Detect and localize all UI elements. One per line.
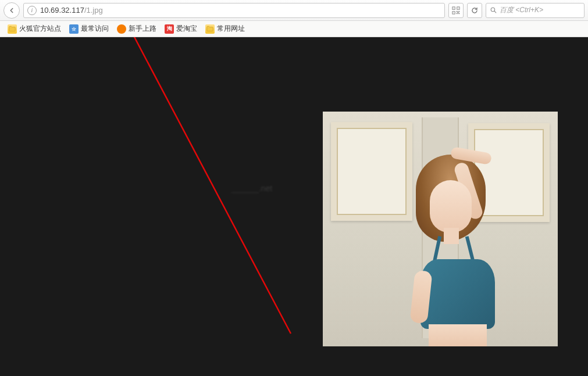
site-info-icon[interactable]: i [27, 6, 37, 15]
bookmarks-bar: 火狐官方站点 ☆ 最常访问 新手上路 淘 爱淘宝 常用网址 [0, 21, 588, 37]
svg-rect-7 [458, 10, 459, 12]
svg-rect-5 [454, 12, 454, 13]
svg-rect-3 [458, 8, 459, 8]
qr-code-icon [452, 6, 460, 15]
page-content: ______.net [0, 37, 588, 376]
bookmark-label: 火狐官方站点 [19, 24, 61, 34]
bookmark-label: 常用网址 [217, 24, 245, 34]
folder-icon [205, 24, 215, 34]
image-content [323, 112, 558, 346]
search-box[interactable]: 百度 <Ctrl+K> [486, 3, 585, 18]
firefox-icon [117, 24, 126, 34]
bookmark-item-common-sites[interactable]: 常用网址 [202, 23, 248, 35]
svg-rect-9 [457, 13, 458, 14]
address-bar[interactable]: i 10.69.32.117/1.jpg [23, 3, 445, 18]
taobao-icon: 淘 [165, 24, 174, 34]
url-text: 10.69.32.117/1.jpg [40, 6, 103, 15]
url-host: 10.69.32.117 [40, 6, 84, 15]
annotation-arrow [0, 37, 349, 363]
bookmark-item-firefox[interactable]: 火狐官方站点 [5, 23, 64, 35]
svg-rect-8 [458, 12, 459, 13]
watermark-text: ______.net [231, 184, 272, 193]
svg-point-11 [491, 8, 495, 12]
search-icon [490, 6, 497, 14]
photo-subject [394, 155, 528, 346]
arrow-left-icon [8, 6, 16, 15]
bookmark-item-taobao[interactable]: 淘 爱淘宝 [162, 23, 200, 35]
search-placeholder: 百度 <Ctrl+K> [500, 5, 543, 15]
svg-rect-10 [458, 13, 459, 14]
navigation-toolbar: i 10.69.32.117/1.jpg 百度 <Ctrl+K> [0, 0, 588, 21]
bookmark-label: 新手上路 [129, 24, 156, 34]
svg-rect-1 [454, 8, 454, 8]
qr-code-button[interactable] [448, 3, 464, 18]
reload-icon [471, 6, 479, 15]
reload-button[interactable] [467, 3, 482, 18]
back-button[interactable] [3, 2, 20, 19]
svg-rect-6 [457, 10, 458, 12]
bookmark-label: 最常访问 [81, 24, 109, 34]
bookmark-item-most-visited[interactable]: ☆ 最常访问 [66, 23, 112, 35]
bookmark-label: 爱淘宝 [176, 24, 197, 34]
url-path: /1.jpg [84, 6, 103, 15]
bookmark-item-getting-started[interactable]: 新手上路 [114, 23, 159, 35]
folder-icon [8, 24, 17, 34]
globe-icon: ☆ [69, 24, 79, 34]
